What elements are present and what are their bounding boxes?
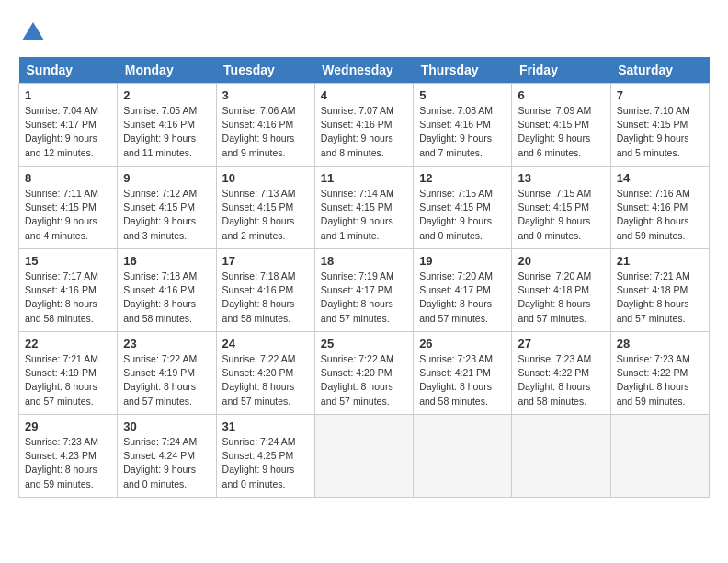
empty-cell — [314, 415, 413, 498]
calendar-cell: 17Sunrise: 7:18 AMSunset: 4:16 PMDayligh… — [216, 249, 314, 332]
calendar-body: 1Sunrise: 7:04 AMSunset: 4:17 PMDaylight… — [19, 84, 710, 498]
day-info: Sunrise: 7:21 AMSunset: 4:18 PMDaylight:… — [617, 270, 703, 326]
day-info: Sunrise: 7:10 AMSunset: 4:15 PMDaylight:… — [617, 104, 703, 160]
day-info: Sunrise: 7:22 AMSunset: 4:19 PMDaylight:… — [123, 352, 210, 408]
day-info: Sunrise: 7:18 AMSunset: 4:16 PMDaylight:… — [123, 270, 210, 326]
day-info: Sunrise: 7:12 AMSunset: 4:15 PMDaylight:… — [123, 187, 210, 243]
day-number: 16 — [123, 254, 210, 268]
calendar-cell: 19Sunrise: 7:20 AMSunset: 4:17 PMDayligh… — [414, 249, 512, 332]
empty-cell — [512, 415, 610, 498]
calendar-cell: 28Sunrise: 7:23 AMSunset: 4:22 PMDayligh… — [610, 332, 709, 415]
day-of-week-header: Monday — [118, 57, 216, 84]
day-number: 6 — [518, 88, 604, 102]
day-number: 27 — [518, 337, 604, 350]
day-of-week-header: Saturday — [610, 57, 709, 84]
day-number: 14 — [617, 171, 703, 185]
day-info: Sunrise: 7:24 AMSunset: 4:24 PMDaylight:… — [123, 435, 210, 491]
day-info: Sunrise: 7:22 AMSunset: 4:20 PMDaylight:… — [321, 352, 407, 408]
day-of-week-header: Friday — [512, 57, 610, 84]
empty-cell — [610, 415, 709, 498]
day-of-week-header: Tuesday — [216, 57, 314, 84]
day-info: Sunrise: 7:08 AMSunset: 4:16 PMDaylight:… — [419, 104, 506, 160]
calendar-cell: 8Sunrise: 7:11 AMSunset: 4:15 PMDaylight… — [19, 167, 118, 249]
calendar-cell: 11Sunrise: 7:14 AMSunset: 4:15 PMDayligh… — [314, 167, 413, 249]
day-info: Sunrise: 7:19 AMSunset: 4:17 PMDaylight:… — [321, 270, 407, 326]
day-info: Sunrise: 7:14 AMSunset: 4:15 PMDaylight:… — [321, 187, 407, 243]
logo-icon — [18, 18, 48, 48]
day-of-week-header: Wednesday — [314, 57, 413, 84]
day-info: Sunrise: 7:21 AMSunset: 4:19 PMDaylight:… — [25, 352, 111, 408]
calendar-table: SundayMondayTuesdayWednesdayThursdayFrid… — [18, 57, 710, 498]
day-info: Sunrise: 7:20 AMSunset: 4:17 PMDaylight:… — [419, 270, 506, 326]
calendar-cell: 24Sunrise: 7:22 AMSunset: 4:20 PMDayligh… — [216, 332, 314, 415]
calendar-cell: 14Sunrise: 7:16 AMSunset: 4:16 PMDayligh… — [610, 167, 709, 249]
calendar-header-row: SundayMondayTuesdayWednesdayThursdayFrid… — [19, 57, 710, 84]
day-info: Sunrise: 7:23 AMSunset: 4:23 PMDaylight:… — [25, 435, 111, 491]
calendar-cell: 21Sunrise: 7:21 AMSunset: 4:18 PMDayligh… — [610, 249, 709, 332]
calendar-cell: 1Sunrise: 7:04 AMSunset: 4:17 PMDaylight… — [19, 84, 118, 167]
day-number: 7 — [617, 88, 703, 102]
calendar-cell: 22Sunrise: 7:21 AMSunset: 4:19 PMDayligh… — [19, 332, 118, 415]
day-number: 18 — [321, 254, 407, 268]
calendar-cell: 18Sunrise: 7:19 AMSunset: 4:17 PMDayligh… — [314, 249, 413, 332]
svg-marker-0 — [22, 22, 44, 40]
calendar-cell: 3Sunrise: 7:06 AMSunset: 4:16 PMDaylight… — [216, 84, 314, 167]
day-number: 11 — [321, 171, 407, 185]
day-info: Sunrise: 7:17 AMSunset: 4:16 PMDaylight:… — [25, 270, 111, 326]
day-info: Sunrise: 7:23 AMSunset: 4:21 PMDaylight:… — [419, 352, 506, 408]
calendar-week-row: 8Sunrise: 7:11 AMSunset: 4:15 PMDaylight… — [19, 167, 710, 249]
day-info: Sunrise: 7:04 AMSunset: 4:17 PMDaylight:… — [25, 104, 111, 160]
day-number: 29 — [25, 419, 111, 433]
day-number: 12 — [419, 171, 506, 185]
day-number: 8 — [25, 171, 111, 185]
empty-cell — [414, 415, 512, 498]
day-number: 22 — [25, 337, 111, 350]
day-info: Sunrise: 7:23 AMSunset: 4:22 PMDaylight:… — [518, 352, 604, 408]
calendar-week-row: 29Sunrise: 7:23 AMSunset: 4:23 PMDayligh… — [19, 415, 710, 498]
day-info: Sunrise: 7:16 AMSunset: 4:16 PMDaylight:… — [617, 187, 703, 243]
day-number: 19 — [419, 254, 506, 268]
day-number: 10 — [222, 171, 309, 185]
day-number: 17 — [222, 254, 309, 268]
calendar-cell: 20Sunrise: 7:20 AMSunset: 4:18 PMDayligh… — [512, 249, 610, 332]
calendar-week-row: 22Sunrise: 7:21 AMSunset: 4:19 PMDayligh… — [19, 332, 710, 415]
calendar-cell: 23Sunrise: 7:22 AMSunset: 4:19 PMDayligh… — [118, 332, 216, 415]
calendar-cell: 30Sunrise: 7:24 AMSunset: 4:24 PMDayligh… — [118, 415, 216, 498]
day-info: Sunrise: 7:06 AMSunset: 4:16 PMDaylight:… — [222, 104, 309, 160]
calendar-week-row: 15Sunrise: 7:17 AMSunset: 4:16 PMDayligh… — [19, 249, 710, 332]
calendar-week-row: 1Sunrise: 7:04 AMSunset: 4:17 PMDaylight… — [19, 84, 710, 167]
calendar-cell: 16Sunrise: 7:18 AMSunset: 4:16 PMDayligh… — [118, 249, 216, 332]
calendar-cell: 4Sunrise: 7:07 AMSunset: 4:16 PMDaylight… — [314, 84, 413, 167]
day-number: 31 — [222, 419, 309, 433]
day-info: Sunrise: 7:05 AMSunset: 4:16 PMDaylight:… — [123, 104, 210, 160]
calendar-cell: 12Sunrise: 7:15 AMSunset: 4:15 PMDayligh… — [414, 167, 512, 249]
day-number: 26 — [419, 337, 506, 350]
day-number: 5 — [419, 88, 506, 102]
day-number: 20 — [518, 254, 604, 268]
logo — [18, 18, 51, 48]
calendar-cell: 5Sunrise: 7:08 AMSunset: 4:16 PMDaylight… — [414, 84, 512, 167]
day-number: 4 — [321, 88, 407, 102]
day-number: 1 — [25, 88, 111, 102]
calendar-cell: 27Sunrise: 7:23 AMSunset: 4:22 PMDayligh… — [512, 332, 610, 415]
day-info: Sunrise: 7:15 AMSunset: 4:15 PMDaylight:… — [518, 187, 604, 243]
day-info: Sunrise: 7:13 AMSunset: 4:15 PMDaylight:… — [222, 187, 309, 243]
day-info: Sunrise: 7:20 AMSunset: 4:18 PMDaylight:… — [518, 270, 604, 326]
day-number: 30 — [123, 419, 210, 433]
day-number: 13 — [518, 171, 604, 185]
day-info: Sunrise: 7:09 AMSunset: 4:15 PMDaylight:… — [518, 104, 604, 160]
calendar-cell: 29Sunrise: 7:23 AMSunset: 4:23 PMDayligh… — [19, 415, 118, 498]
calendar-cell: 2Sunrise: 7:05 AMSunset: 4:16 PMDaylight… — [118, 84, 216, 167]
day-number: 9 — [123, 171, 210, 185]
day-info: Sunrise: 7:18 AMSunset: 4:16 PMDaylight:… — [222, 270, 309, 326]
calendar-cell: 31Sunrise: 7:24 AMSunset: 4:25 PMDayligh… — [216, 415, 314, 498]
day-number: 23 — [123, 337, 210, 350]
calendar-cell: 25Sunrise: 7:22 AMSunset: 4:20 PMDayligh… — [314, 332, 413, 415]
day-info: Sunrise: 7:15 AMSunset: 4:15 PMDaylight:… — [419, 187, 506, 243]
day-number: 28 — [617, 337, 703, 350]
day-number: 25 — [321, 337, 407, 350]
day-of-week-header: Sunday — [19, 57, 118, 84]
day-number: 21 — [617, 254, 703, 268]
calendar-cell: 26Sunrise: 7:23 AMSunset: 4:21 PMDayligh… — [414, 332, 512, 415]
day-number: 24 — [222, 337, 309, 350]
